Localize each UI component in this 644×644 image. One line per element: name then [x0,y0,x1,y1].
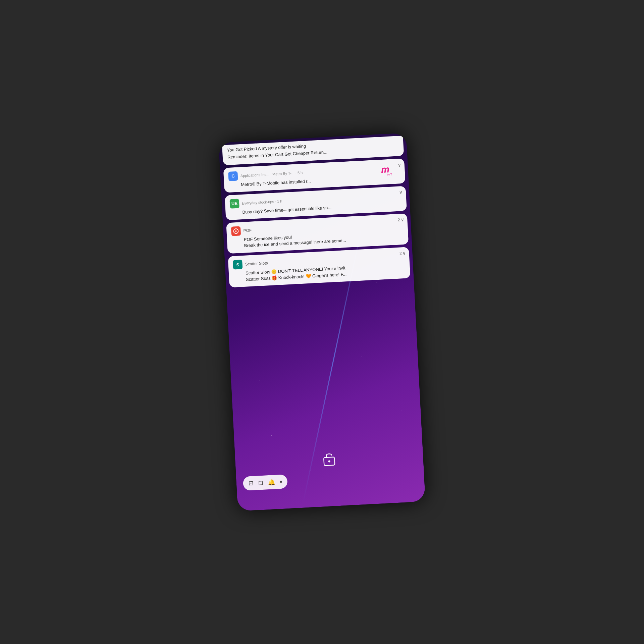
notification-scatter-slots[interactable]: S Scatter Slots Scatter Slots 🤫 DON'T TE… [228,247,410,288]
quick-actions-area: ⊡ ⊟ 🔔 [243,474,288,491]
calendar-icon[interactable]: ⊡ [248,479,254,487]
svg-point-1 [235,230,236,232]
lock-svg [323,451,335,467]
svg-point-3 [328,460,330,462]
notifications-panel: You Got Picked A mystery offer is waitin… [219,133,414,293]
expand-scatter-button[interactable]: 2 ∨ [399,251,406,256]
notif-icon-metro: C [228,171,238,181]
pof-icon-svg [233,228,239,234]
image-icon[interactable]: ⊟ [258,479,263,487]
notif-icon-scatter: S [233,260,243,270]
metro-by-t-label: by T̈ [387,173,392,176]
lock-area[interactable] [321,451,337,466]
expand-pof-button[interactable]: 2 ∨ [397,217,404,223]
dot-indicator [280,481,282,483]
unlock-icon[interactable] [321,451,337,466]
metro-logo: m by T̈ [377,162,393,177]
notif-icon-everyday: UE [229,199,239,208]
notification-pof[interactable]: POF POF Someone likes you! Break the ice… [226,213,409,254]
expand-metro-button[interactable]: ∨ [397,162,401,168]
phone-screen: You Got Picked A mystery offer is waitin… [219,133,426,511]
expand-everyday-button[interactable]: ∨ [399,190,403,195]
notif-icon-pof [231,226,241,236]
quick-actions-pill: ⊡ ⊟ 🔔 [243,474,288,491]
phone-device: You Got Picked A mystery offer is waitin… [219,133,426,511]
bell-icon[interactable]: 🔔 [268,478,275,486]
